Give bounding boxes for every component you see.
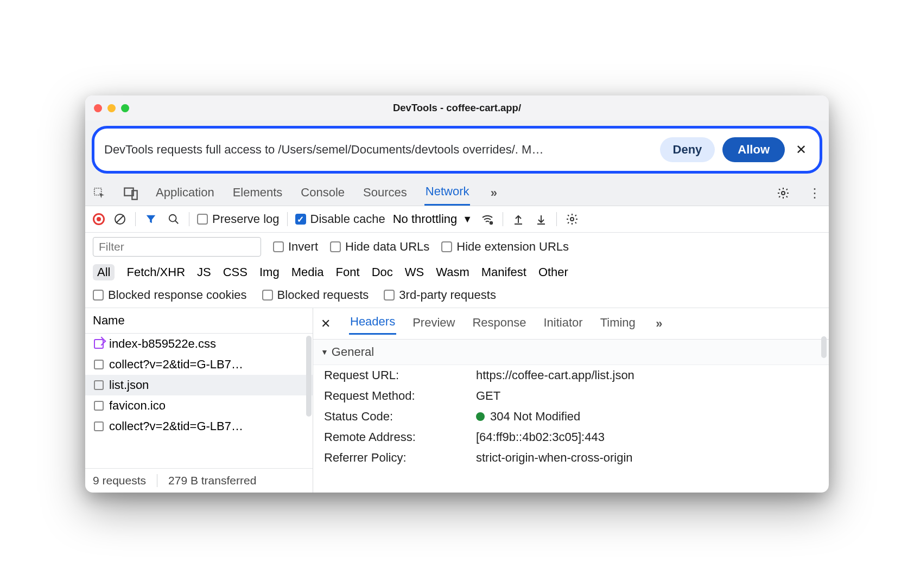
window-controls [94, 104, 129, 112]
network-conditions-icon[interactable] [480, 212, 495, 227]
request-url-value: https://coffee-cart.app/list.json [476, 368, 634, 382]
svg-line-5 [116, 215, 124, 223]
more-tabs-icon[interactable]: » [486, 186, 502, 201]
request-row[interactable]: favicon.ico [85, 395, 313, 416]
resource-type-filter: All Fetch/XHR JS CSS Img Media Font Doc … [93, 257, 821, 280]
permission-banner-wrap: DevTools requests full access to /Users/… [85, 120, 829, 177]
status-code-label: Status Code: [324, 410, 476, 424]
hide-data-urls-checkbox[interactable]: Hide data URLs [330, 240, 429, 254]
expand-triangle-icon: ▼ [321, 348, 328, 356]
general-section-header[interactable]: ▼ General [313, 340, 829, 365]
detail-tab-timing[interactable]: Timing [599, 314, 637, 334]
tab-network[interactable]: Network [424, 180, 471, 206]
chip-doc[interactable]: Doc [372, 265, 393, 279]
tab-sources[interactable]: Sources [362, 181, 408, 205]
deny-button[interactable]: Deny [660, 137, 715, 162]
detail-tab-headers[interactable]: Headers [349, 312, 396, 335]
request-method-value: GET [476, 389, 500, 403]
export-har-icon[interactable] [511, 212, 526, 227]
referrer-policy-value: strict-origin-when-cross-origin [476, 451, 633, 465]
hide-extension-urls-checkbox[interactable]: Hide extension URLs [441, 240, 569, 254]
referrer-policy-label: Referrer Policy: [324, 451, 476, 465]
kebab-menu-icon[interactable]: ⋮ [807, 186, 822, 201]
more-detail-tabs-icon[interactable]: » [652, 316, 667, 331]
network-settings-icon[interactable] [564, 212, 580, 227]
main-pane: Name index-b859522e.css collect?v=2&tid=… [85, 308, 829, 493]
svg-point-9 [570, 218, 574, 221]
chip-css[interactable]: CSS [223, 265, 247, 279]
device-toolbar-icon[interactable] [123, 186, 138, 201]
request-row[interactable]: index-b859522e.css [85, 334, 313, 354]
chip-js[interactable]: JS [197, 265, 211, 279]
chip-all[interactable]: All [93, 264, 115, 280]
window-minimize-button[interactable] [107, 104, 116, 112]
request-row[interactable]: collect?v=2&tid=G-LB7… [85, 416, 313, 437]
list-scrollbar[interactable] [306, 336, 312, 417]
chip-wasm[interactable]: Wasm [436, 265, 469, 279]
window-close-button[interactable] [94, 104, 102, 112]
settings-icon[interactable] [776, 186, 791, 201]
tab-application[interactable]: Application [155, 181, 215, 205]
svg-point-6 [169, 215, 176, 222]
filter-icon[interactable] [143, 212, 158, 227]
filter-area: Invert Hide data URLs Hide extension URL… [85, 233, 829, 308]
network-toolbar: Preserve log ✓Disable cache No throttlin… [85, 206, 829, 233]
tab-console[interactable]: Console [300, 181, 346, 205]
throttling-dropdown[interactable]: No throttling ▼ [393, 212, 472, 226]
inspect-element-icon[interactable] [92, 186, 107, 201]
list-footer: 9 requests 279 B transferred [85, 468, 313, 493]
transferred-size: 279 B transferred [168, 474, 256, 487]
divider [157, 474, 157, 487]
general-section: Request URL:https://coffee-cart.app/list… [313, 365, 829, 468]
request-list: index-b859522e.css collect?v=2&tid=G-LB7… [85, 334, 313, 468]
record-button[interactable] [93, 213, 105, 225]
detail-tab-initiator[interactable]: Initiator [542, 314, 583, 334]
divider [135, 212, 136, 226]
divider [189, 212, 189, 226]
preserve-log-label: Preserve log [212, 212, 280, 226]
detail-scrollbar[interactable] [821, 336, 827, 358]
panel-tabs: Application Elements Console Sources Net… [85, 177, 829, 206]
request-method-label: Request Method: [324, 389, 476, 403]
status-dot-icon [476, 412, 485, 421]
window-maximize-button[interactable] [121, 104, 129, 112]
chip-ws[interactable]: WS [405, 265, 424, 279]
file-icon [94, 421, 104, 431]
close-banner-icon[interactable]: ✕ [792, 142, 810, 157]
list-header-name[interactable]: Name [85, 308, 313, 334]
chip-manifest[interactable]: Manifest [481, 265, 526, 279]
invert-checkbox[interactable]: Invert [273, 240, 318, 254]
request-detail-pane: ✕ Headers Preview Response Initiator Tim… [313, 308, 829, 493]
blocked-requests-checkbox[interactable]: Blocked requests [262, 288, 369, 302]
svg-line-7 [175, 221, 179, 224]
request-row[interactable]: collect?v=2&tid=G-LB7… [85, 354, 313, 375]
filter-row: Invert Hide data URLs Hide extension URL… [93, 237, 821, 257]
chip-other[interactable]: Other [538, 265, 568, 279]
divider [556, 212, 557, 226]
divider [287, 212, 288, 226]
filter-input[interactable] [93, 237, 261, 257]
disable-cache-checkbox[interactable]: ✓Disable cache [295, 212, 385, 226]
permission-banner: DevTools requests full access to /Users/… [92, 126, 822, 174]
chip-font[interactable]: Font [336, 265, 360, 279]
request-row[interactable]: list.json [85, 375, 313, 395]
search-icon[interactable] [166, 212, 181, 227]
status-code-value: 304 Not Modified [476, 410, 580, 424]
blocked-cookies-checkbox[interactable]: Blocked response cookies [93, 288, 247, 302]
import-har-icon[interactable] [534, 212, 549, 227]
detail-tab-response[interactable]: Response [471, 314, 527, 334]
chip-fetch-xhr[interactable]: Fetch/XHR [126, 265, 185, 279]
allow-button[interactable]: Allow [722, 137, 785, 162]
detail-tab-preview[interactable]: Preview [411, 314, 456, 334]
throttling-label: No throttling [393, 212, 458, 226]
tab-elements[interactable]: Elements [232, 181, 284, 205]
chip-img[interactable]: Img [259, 265, 280, 279]
requests-count: 9 requests [93, 474, 146, 487]
clear-button[interactable] [112, 212, 128, 227]
disable-cache-label: Disable cache [310, 212, 385, 226]
preserve-log-checkbox[interactable]: Preserve log [197, 212, 280, 226]
third-party-checkbox[interactable]: 3rd-party requests [384, 288, 496, 302]
chip-media[interactable]: Media [291, 265, 324, 279]
close-detail-icon[interactable]: ✕ [321, 317, 334, 331]
stylesheet-icon [94, 339, 104, 349]
